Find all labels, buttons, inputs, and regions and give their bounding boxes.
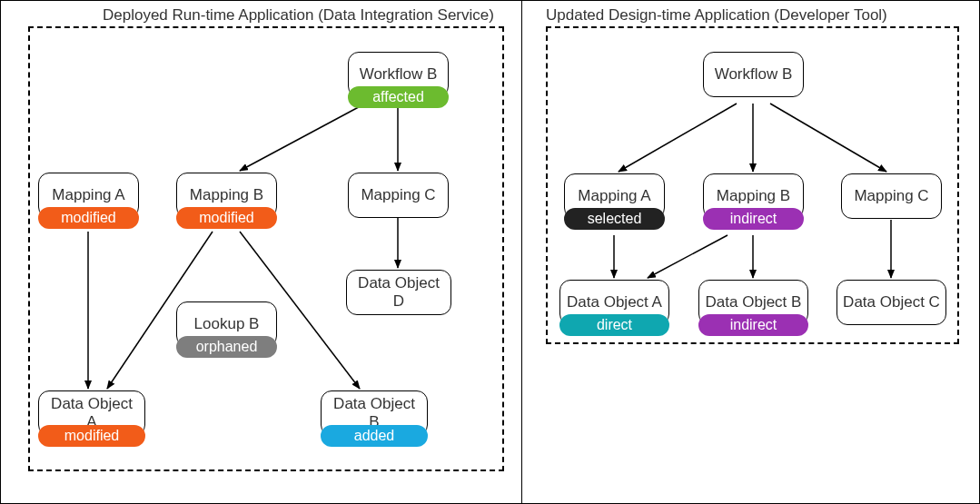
badge-modified: modified <box>176 207 277 229</box>
badge-text: indirect <box>730 317 777 333</box>
badge-modified: modified <box>38 207 139 229</box>
node-label: Mapping A <box>52 186 124 204</box>
node-label: Workflow B <box>360 65 438 84</box>
badge-text: orphaned <box>196 339 258 355</box>
node-label: Mapping B <box>717 187 790 205</box>
badge-text: modified <box>199 210 253 226</box>
badge-text: modified <box>61 210 115 226</box>
badge-text: selected <box>588 211 642 227</box>
node-label: Data Object D <box>352 274 445 311</box>
node-label: Data Object B <box>706 293 802 311</box>
badge-added: added <box>321 425 428 447</box>
node-mapping-c: Mapping C <box>348 173 449 218</box>
node-label: Workflow B <box>715 65 793 84</box>
badge-indirect: indirect <box>698 314 808 336</box>
node-label: Mapping C <box>854 187 928 205</box>
badge-text: affected <box>372 89 424 105</box>
panel-divider <box>521 1 522 503</box>
badge-text: indirect <box>730 211 777 227</box>
badge-text: modified <box>64 428 119 444</box>
badge-selected: selected <box>564 208 665 230</box>
node-label: Mapping A <box>578 187 650 205</box>
badge-direct: direct <box>559 314 669 336</box>
badge-text: added <box>354 428 395 444</box>
node-workflow-b-r: Workflow B <box>703 52 804 97</box>
right-panel-title: Updated Design-time Application (Develop… <box>546 6 887 25</box>
node-label: Data Object C <box>843 293 940 311</box>
badge-indirect: indirect <box>703 208 804 230</box>
left-panel-title: Deployed Run-time Application (Data Inte… <box>103 6 494 25</box>
node-data-object-c-r: Data Object C <box>836 280 946 325</box>
badge-orphaned: orphaned <box>176 336 277 358</box>
node-data-object-d: Data Object D <box>346 270 451 315</box>
node-label: Mapping B <box>190 186 263 204</box>
badge-affected: affected <box>348 86 449 108</box>
node-label: Lookup B <box>194 315 260 333</box>
node-label: Mapping C <box>361 186 435 204</box>
diagram-stage: Deployed Run-time Application (Data Inte… <box>0 0 980 504</box>
badge-modified: modified <box>38 425 145 447</box>
badge-text: direct <box>597 317 632 333</box>
node-mapping-c-r: Mapping C <box>841 173 942 219</box>
node-label: Data Object A <box>567 293 662 311</box>
